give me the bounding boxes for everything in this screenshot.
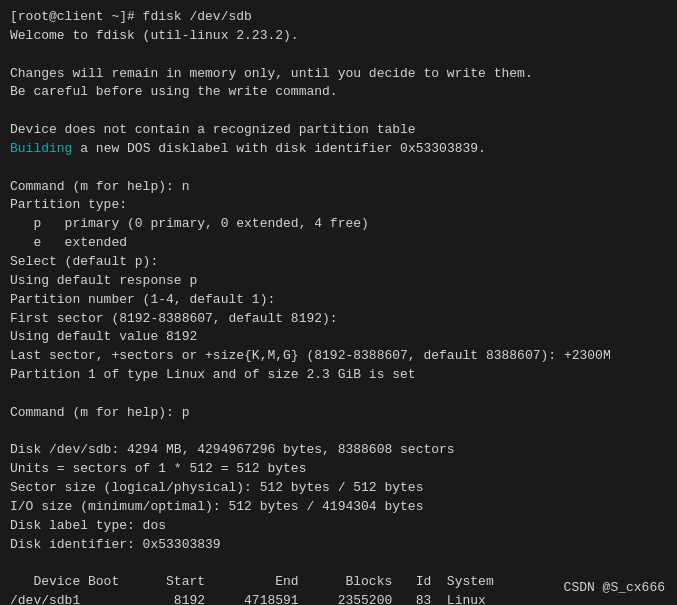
line-8: Building a new DOS disklabel with disk i… [10, 140, 667, 159]
line-18: Using default value 8192 [10, 328, 667, 347]
line-27: I/O size (minimum/optimal): 512 bytes / … [10, 498, 667, 517]
line-10: Command (m for help): n [10, 178, 667, 197]
terminal: [root@client ~]# fdisk /dev/sdb Welcome … [0, 0, 677, 605]
line-25: Units = sectors of 1 * 512 = 512 bytes [10, 460, 667, 479]
line-30 [10, 554, 667, 573]
watermark: CSDN @S_cx666 [564, 580, 665, 595]
line-21 [10, 385, 667, 404]
line-17: First sector (8192-8388607, default 8192… [10, 310, 667, 329]
line-24: Disk /dev/sdb: 4294 MB, 4294967296 bytes… [10, 441, 667, 460]
line-6 [10, 102, 667, 121]
line-5: Be careful before using the write comman… [10, 83, 667, 102]
line-28: Disk label type: dos [10, 517, 667, 536]
line-23 [10, 423, 667, 442]
line-20: Partition 1 of type Linux and of size 2.… [10, 366, 667, 385]
line-1: [root@client ~]# fdisk /dev/sdb [10, 8, 667, 27]
line-14: Select (default p): [10, 253, 667, 272]
line-7: Device does not contain a recognized par… [10, 121, 667, 140]
line-29: Disk identifier: 0x53303839 [10, 536, 667, 555]
line-16: Partition number (1-4, default 1): [10, 291, 667, 310]
building-keyword: Building [10, 141, 72, 156]
line-8-rest: a new DOS disklabel with disk identifier… [72, 141, 485, 156]
line-22: Command (m for help): p [10, 404, 667, 423]
line-15: Using default response p [10, 272, 667, 291]
line-2: Welcome to fdisk (util-linux 2.23.2). [10, 27, 667, 46]
line-26: Sector size (logical/physical): 512 byte… [10, 479, 667, 498]
line-3 [10, 46, 667, 65]
line-19: Last sector, +sectors or +size{K,M,G} (8… [10, 347, 667, 366]
line-9 [10, 159, 667, 178]
line-11: Partition type: [10, 196, 667, 215]
line-4: Changes will remain in memory only, unti… [10, 65, 667, 84]
line-13: e extended [10, 234, 667, 253]
line-12: p primary (0 primary, 0 extended, 4 free… [10, 215, 667, 234]
